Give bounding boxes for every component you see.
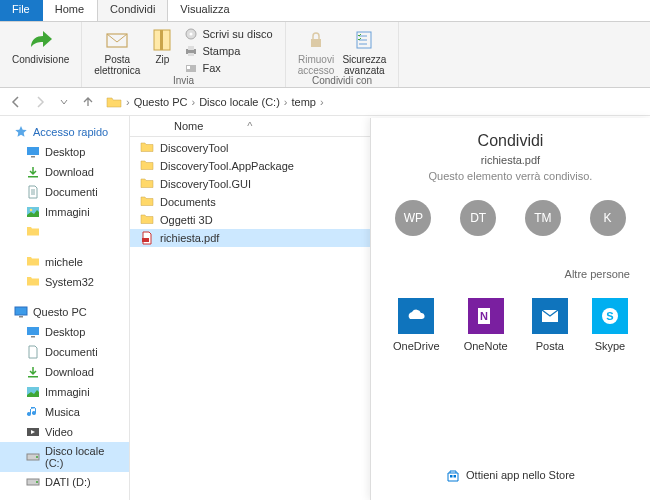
share-contact[interactable]: DT bbox=[460, 200, 496, 236]
other-people-link[interactable]: Altre persone bbox=[381, 268, 640, 280]
column-nome[interactable]: Nome^ bbox=[140, 120, 253, 132]
folder-icon bbox=[140, 141, 154, 155]
download-icon bbox=[26, 365, 40, 379]
drive-icon bbox=[26, 450, 40, 464]
zip-button[interactable]: Zip bbox=[144, 24, 180, 78]
share-flyout: Condividi richiesta.pdf Questo elemento … bbox=[370, 118, 650, 500]
pdf-icon bbox=[140, 231, 154, 245]
share-label: Condivisione bbox=[12, 54, 69, 65]
avatar: K bbox=[590, 200, 626, 236]
history-dropdown[interactable] bbox=[54, 92, 74, 112]
sidebar-dati[interactable]: DATI (D:) bbox=[0, 472, 129, 492]
svg-rect-34 bbox=[450, 475, 453, 478]
folder-icon bbox=[26, 255, 40, 269]
tab-visualizza[interactable]: Visualizza bbox=[168, 0, 242, 21]
crumb-disk[interactable]: Disco locale (C:) bbox=[199, 96, 280, 108]
group-condividi-label: Condividi con bbox=[286, 75, 399, 86]
email-label: Posta elettronica bbox=[94, 54, 140, 76]
sidebar-download2[interactable]: Download bbox=[0, 362, 129, 382]
chevron-right-icon: › bbox=[284, 96, 288, 108]
sidebar-download[interactable]: Download bbox=[0, 162, 129, 182]
desktop-icon bbox=[26, 145, 40, 159]
tab-file[interactable]: File bbox=[0, 0, 43, 21]
drive-icon bbox=[26, 475, 40, 489]
email-button[interactable]: Posta elettronica bbox=[90, 24, 144, 78]
file-name: richiesta.pdf bbox=[160, 232, 219, 244]
sidebar-system32[interactable]: System32 bbox=[0, 272, 129, 292]
forward-button[interactable] bbox=[30, 92, 50, 112]
get-apps-store-link[interactable]: Ottieni app nello Store bbox=[371, 468, 650, 482]
svg-rect-19 bbox=[27, 327, 39, 335]
file-name: Oggetti 3D bbox=[160, 214, 213, 226]
share-app-skype[interactable]: SSkype bbox=[592, 298, 628, 352]
sidebar-local-disk[interactable]: Disco locale (C:) bbox=[0, 442, 129, 472]
share-filename: richiesta.pdf bbox=[381, 154, 640, 166]
share-contact[interactable]: WP bbox=[395, 200, 431, 236]
pc-icon bbox=[14, 305, 28, 319]
sidebar-documenti[interactable]: Documenti bbox=[0, 182, 129, 202]
sidebar-blank-folder[interactable] bbox=[0, 222, 129, 242]
sidebar-documenti2[interactable]: Documenti bbox=[0, 342, 129, 362]
app-label: Posta bbox=[536, 340, 564, 352]
avatar: TM bbox=[525, 200, 561, 236]
svg-rect-13 bbox=[31, 156, 35, 158]
video-icon bbox=[26, 425, 40, 439]
svg-rect-20 bbox=[31, 336, 35, 338]
zip-label: Zip bbox=[155, 54, 169, 65]
sidebar-michele[interactable]: michele bbox=[0, 252, 129, 272]
svg-rect-18 bbox=[19, 316, 23, 318]
folder-icon bbox=[140, 213, 154, 227]
svg-rect-35 bbox=[454, 475, 457, 478]
print-button[interactable]: Stampa bbox=[180, 43, 276, 59]
navigation-pane: Accesso rapido Desktop Download Document… bbox=[0, 116, 130, 500]
tab-home[interactable]: Home bbox=[43, 0, 97, 21]
remove-access-button[interactable]: Rimuovi accesso bbox=[294, 24, 339, 78]
document-icon bbox=[26, 185, 40, 199]
crumb-temp[interactable]: temp bbox=[292, 96, 316, 108]
file-name: DiscoveryTool.AppPackage bbox=[160, 160, 294, 172]
sidebar-immagini2[interactable]: Immagini bbox=[0, 382, 129, 402]
share-app-onenote[interactable]: NOneNote bbox=[464, 298, 508, 352]
sidebar-desktop[interactable]: Desktop bbox=[0, 142, 129, 162]
svg-rect-14 bbox=[28, 176, 38, 178]
share-arrow-icon bbox=[27, 27, 55, 53]
chevron-right-icon: › bbox=[126, 96, 130, 108]
up-button[interactable] bbox=[78, 92, 98, 112]
sidebar-this-pc[interactable]: Questo PC bbox=[0, 302, 129, 322]
address-bar: › Questo PC › Disco locale (C:) › temp › bbox=[0, 88, 650, 116]
share-button[interactable]: Condivisione bbox=[8, 24, 73, 78]
share-contact[interactable]: TM bbox=[525, 200, 561, 236]
share-app-onedrive[interactable]: OneDrive bbox=[393, 298, 439, 352]
chevron-right-icon: › bbox=[191, 96, 195, 108]
sidebar-quick-access[interactable]: Accesso rapido bbox=[0, 122, 129, 142]
sidebar-desktop2[interactable]: Desktop bbox=[0, 322, 129, 342]
fax-button[interactable]: Fax bbox=[180, 60, 276, 76]
burn-disc-button[interactable]: Scrivi su disco bbox=[180, 26, 276, 42]
breadcrumb[interactable]: › Questo PC › Disco locale (C:) › temp › bbox=[102, 93, 330, 111]
folder-icon bbox=[106, 95, 122, 109]
app-icon bbox=[532, 298, 568, 334]
avatar: WP bbox=[395, 200, 431, 236]
app-icon: N bbox=[468, 298, 504, 334]
svg-rect-28 bbox=[142, 238, 149, 242]
sidebar-musica[interactable]: Musica bbox=[0, 402, 129, 422]
svg-point-27 bbox=[36, 481, 38, 483]
svg-rect-12 bbox=[27, 147, 39, 155]
file-name: DiscoveryTool bbox=[160, 142, 228, 154]
ribbon: Condivisione Posta elettronica Zip Scriv… bbox=[0, 22, 650, 88]
share-app-posta[interactable]: Posta bbox=[532, 298, 568, 352]
sidebar-video[interactable]: Video bbox=[0, 422, 129, 442]
sidebar-immagini[interactable]: Immagini bbox=[0, 202, 129, 222]
svg-text:N: N bbox=[480, 310, 488, 322]
checklist-icon bbox=[350, 27, 378, 53]
advanced-security-button[interactable]: Sicurezza avanzata bbox=[338, 24, 390, 78]
back-button[interactable] bbox=[6, 92, 26, 112]
pictures-icon bbox=[26, 385, 40, 399]
tab-condividi[interactable]: Condividi bbox=[97, 0, 168, 21]
svg-rect-17 bbox=[15, 307, 27, 315]
envelope-icon bbox=[103, 27, 131, 53]
lock-icon bbox=[302, 27, 330, 53]
chevron-right-icon: › bbox=[320, 96, 324, 108]
crumb-pc[interactable]: Questo PC bbox=[134, 96, 188, 108]
share-contact[interactable]: K bbox=[590, 200, 626, 236]
